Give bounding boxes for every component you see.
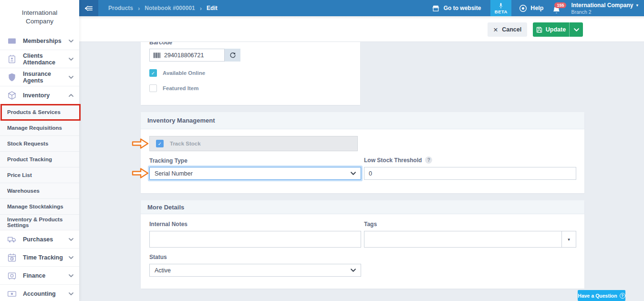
- tags-input[interactable]: [364, 231, 561, 247]
- help-button[interactable]: Help: [519, 4, 543, 12]
- more-details-card: More Details Internal Notes Tags ▾ Statu…: [141, 200, 584, 289]
- barcode-input[interactable]: 294018806721: [149, 49, 225, 62]
- chevron-down-icon: [69, 238, 73, 241]
- sidebar-item-inventory[interactable]: Inventory: [0, 86, 79, 104]
- chevron-down-icon: [69, 274, 73, 277]
- caret-down-icon: ▾: [568, 237, 570, 242]
- go-to-website-button[interactable]: Go to website: [432, 5, 481, 12]
- company-logo[interactable]: International Company: [0, 0, 79, 33]
- storefront-icon: [432, 5, 440, 12]
- caret-down-icon: ▾: [636, 3, 638, 8]
- sidebar-subitem-product-tracking[interactable]: Product Tracking: [0, 151, 79, 167]
- notification-count-badge: 155: [554, 2, 566, 8]
- help-tooltip-icon[interactable]: ?: [425, 156, 432, 164]
- tracking-type-label: Tracking Type: [149, 157, 187, 164]
- sidebar-item-clients-attendance[interactable]: Clients Attendance: [0, 50, 79, 68]
- sidebar-item-time-tracking[interactable]: Time Tracking: [0, 248, 79, 266]
- section-header: More Details: [141, 200, 584, 214]
- tracking-type-select[interactable]: Serial Number: [149, 167, 361, 180]
- tags-dropdown-button[interactable]: ▾: [561, 231, 576, 247]
- have-a-question-button[interactable]: Have a Question ?: [578, 290, 625, 301]
- collapse-arrow-icon: [83, 5, 94, 12]
- tags-field-group: ▾: [364, 231, 576, 248]
- banknote-icon: [7, 289, 17, 299]
- branch-name: Branch 2: [571, 9, 638, 15]
- barcode-label: Barcode: [149, 42, 172, 46]
- top-header-bar: Products Notebook #000001 Edit Go to web…: [79, 0, 644, 16]
- breadcrumb-notebook[interactable]: Notebook #000001: [145, 5, 195, 11]
- sidebar-item-accounting[interactable]: Accounting: [0, 284, 79, 301]
- inventory-management-card: Inventory Management ✓ Track Stock Track…: [141, 112, 584, 193]
- barcode-field-group: 294018806721: [149, 49, 240, 62]
- notifications-button[interactable]: 155: [552, 3, 561, 13]
- regenerate-barcode-button[interactable]: [225, 49, 240, 62]
- sidebar-subitem-products-services[interactable]: Products & Services: [0, 104, 79, 120]
- shield-icon: [7, 73, 17, 82]
- breadcrumb-separator-icon: [200, 4, 202, 12]
- life-ring-icon: [519, 4, 527, 12]
- product-details-card: Barcode 294018806721 ✓ Available Online …: [141, 42, 360, 105]
- close-icon: ✕: [493, 26, 498, 33]
- low-stock-threshold-label: Low Stock Threshold ?: [364, 156, 432, 164]
- chevron-down-icon: [351, 172, 356, 175]
- truck-icon: [7, 235, 17, 244]
- package-box-icon: [7, 91, 17, 100]
- status-select[interactable]: Active: [149, 264, 361, 277]
- sidebar-subitem-price-list[interactable]: Price List: [0, 167, 79, 183]
- refresh-icon: [229, 52, 236, 59]
- sidebar-subitem-manage-requisitions[interactable]: Manage Requisitions: [0, 120, 79, 135]
- sidebar-item-finance[interactable]: Finance: [0, 266, 79, 284]
- cancel-button[interactable]: ✕ Cancel: [488, 22, 527, 37]
- main-content: Barcode 294018806721 ✓ Available Online …: [79, 42, 644, 301]
- sidebar-item-insurance-agents[interactable]: Insurance Agents: [0, 68, 79, 86]
- breadcrumb-edit: Edit: [207, 5, 218, 11]
- checkbox-unchecked-icon: [149, 84, 157, 92]
- checkbox-checked-icon: ✓: [149, 69, 157, 77]
- barcode-icon: [154, 52, 161, 58]
- sidebar-subitem-stock-requests[interactable]: Stock Requests: [0, 135, 79, 151]
- update-button[interactable]: Update: [533, 22, 569, 37]
- chevron-down-icon: [69, 40, 73, 42]
- sidebar-subitem-inventory-products-settings[interactable]: Inventory & Products Settings: [0, 214, 79, 230]
- featured-item-checkbox[interactable]: Featured Item: [149, 84, 198, 92]
- sidebar-item-purchases[interactable]: Purchases: [0, 230, 79, 248]
- header-right-group: Go to website BETA Help 155 Internationa…: [432, 0, 644, 16]
- tags-label: Tags: [364, 221, 377, 228]
- low-stock-threshold-input[interactable]: [364, 167, 576, 180]
- track-stock-checkbox[interactable]: ✓ Track Stock: [149, 136, 358, 151]
- sidebar-item-memberships[interactable]: Memberships: [0, 31, 79, 50]
- section-title: Inventory Management: [147, 117, 215, 124]
- breadcrumb: Products Notebook #000001 Edit: [108, 4, 218, 12]
- page-toolbar: ✕ Cancel Update: [79, 16, 644, 42]
- sidebar-menu: Memberships Clients Attendance Insurance…: [0, 31, 79, 301]
- membership-card-icon: [7, 36, 17, 46]
- breadcrumb-products[interactable]: Products: [108, 5, 133, 11]
- save-icon: [536, 27, 542, 33]
- internal-notes-textarea[interactable]: [149, 231, 361, 248]
- beta-button[interactable]: BETA: [490, 0, 511, 16]
- breadcrumb-separator-icon: [138, 4, 140, 12]
- company-name: International Company: [571, 2, 633, 9]
- chevron-down-icon: [574, 28, 579, 31]
- chevron-up-icon: [69, 94, 73, 97]
- question-circle-icon: ?: [620, 293, 625, 299]
- update-options-button[interactable]: [569, 22, 583, 37]
- chevron-down-icon: [69, 256, 73, 259]
- logo-line2: Company: [26, 18, 53, 25]
- chevron-down-icon: [69, 58, 73, 61]
- rocket-icon: [498, 2, 504, 9]
- company-switcher[interactable]: International Company ▾ Branch 2: [571, 2, 638, 15]
- section-title: More Details: [147, 204, 184, 211]
- attendance-badge-icon: [7, 54, 17, 64]
- app-window: International Company Memberships Client…: [0, 0, 644, 301]
- calendar-clock-icon: [7, 253, 17, 262]
- sidebar-subitem-manage-stocktakings[interactable]: Manage Stocktakings: [0, 198, 79, 214]
- sidebar-subitem-warehouses[interactable]: Warehouses: [0, 183, 79, 198]
- chevron-down-icon: [69, 76, 73, 79]
- chevron-down-icon: [351, 269, 356, 272]
- safe-icon: [7, 271, 17, 280]
- update-split-button: Update: [533, 22, 583, 37]
- available-online-checkbox[interactable]: ✓ Available Online: [149, 69, 205, 77]
- section-header: Inventory Management: [141, 112, 584, 129]
- collapse-sidebar-button[interactable]: [79, 0, 98, 16]
